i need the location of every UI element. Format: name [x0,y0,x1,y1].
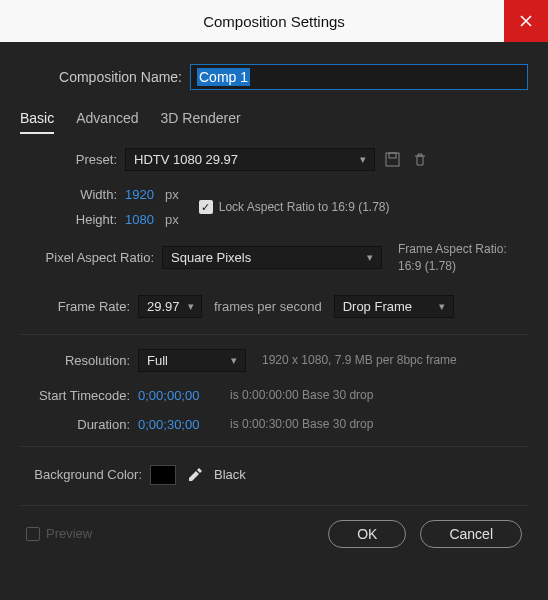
start-timecode-info: is 0:00:00:00 Base 30 drop [230,388,373,402]
close-button[interactable] [504,0,548,42]
preview-label: Preview [46,526,92,541]
delete-preset-button[interactable] [409,149,431,171]
start-timecode-label: Start Timecode: [20,388,138,403]
lock-aspect-label: Lock Aspect Ratio to 16:9 (1.78) [219,200,390,214]
width-unit: px [165,187,179,202]
composition-name-input[interactable]: Comp 1 [190,64,528,90]
ok-button[interactable]: OK [328,520,406,548]
pixel-aspect-label: Pixel Aspect Ratio: [20,250,162,265]
duration-label: Duration: [20,417,138,432]
preview-checkbox [26,527,40,541]
svg-rect-0 [386,153,399,166]
preset-select[interactable]: HDTV 1080 29.97 ▾ [125,148,375,171]
width-value[interactable]: 1920 [125,187,161,202]
eyedropper-button[interactable] [186,466,204,484]
chevron-down-icon: ▾ [360,153,366,166]
window-title: Composition Settings [203,13,345,30]
start-timecode-value[interactable]: 0;00;00;00 [138,388,218,403]
lock-aspect-checkbox[interactable]: ✓ [199,200,213,214]
resolution-select[interactable]: Full ▾ [138,349,246,372]
chevron-down-icon: ▾ [231,354,237,367]
chevron-down-icon: ▾ [367,251,373,264]
chevron-down-icon: ▾ [188,300,194,313]
eyedropper-icon [187,467,203,483]
divider [20,505,528,506]
resolution-info: 1920 x 1080, 7.9 MB per 8bpc frame [262,353,457,367]
height-unit: px [165,212,179,227]
composition-settings-dialog: Composition Settings Composition Name: C… [0,0,548,600]
drop-frame-select[interactable]: Drop Frame ▾ [334,295,454,318]
tabs: Basic Advanced 3D Renderer [20,110,528,134]
background-color-label: Background Color: [20,467,150,482]
composition-name-label: Composition Name: [20,69,190,85]
height-label: Height: [20,212,125,227]
preset-label: Preset: [20,152,125,167]
divider [20,446,528,447]
preview-checkbox-row: Preview [26,526,92,541]
background-color-swatch[interactable] [150,465,176,485]
width-label: Width: [20,187,125,202]
chevron-down-icon: ▾ [439,300,445,313]
tab-3d-renderer[interactable]: 3D Renderer [161,110,241,134]
frame-rate-label: Frame Rate: [20,299,138,314]
duration-value[interactable]: 0;00;30;00 [138,417,218,432]
cancel-button[interactable]: Cancel [420,520,522,548]
titlebar: Composition Settings [0,0,548,42]
save-preset-button[interactable] [381,149,403,171]
divider [20,334,528,335]
fps-text: frames per second [214,299,322,314]
frame-rate-select[interactable]: 29.97 ▾ [138,295,202,318]
tab-advanced[interactable]: Advanced [76,110,138,134]
height-value[interactable]: 1080 [125,212,161,227]
background-color-name: Black [214,467,246,482]
duration-info: is 0:00:30:00 Base 30 drop [230,417,373,431]
resolution-label: Resolution: [20,353,138,368]
svg-rect-1 [389,153,396,158]
frame-aspect-info: Frame Aspect Ratio: 16:9 (1.78) [398,241,507,275]
tab-basic[interactable]: Basic [20,110,54,134]
close-icon [520,15,532,27]
pixel-aspect-select[interactable]: Square Pixels ▾ [162,246,382,269]
